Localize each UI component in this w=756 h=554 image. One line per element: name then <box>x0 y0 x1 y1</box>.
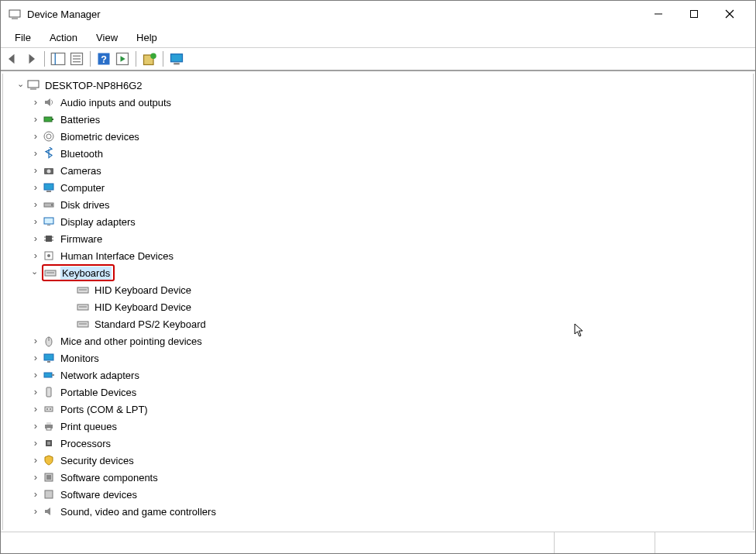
tree-node-label: Audio inputs and outputs <box>59 96 173 109</box>
tree-node-biometric[interactable]: Biometric devices <box>3 128 753 145</box>
expand-collapse-icon[interactable] <box>29 438 42 449</box>
expand-collapse-icon[interactable] <box>29 455 42 466</box>
sound-icon <box>42 504 56 518</box>
help-button[interactable]: ? <box>95 50 112 67</box>
fingerprint-icon <box>42 129 56 143</box>
expand-collapse-icon[interactable] <box>29 370 42 381</box>
tree-node-software-devices[interactable]: Software devices <box>3 486 753 503</box>
toolbar-separator <box>163 51 163 67</box>
tree-node-batteries[interactable]: Batteries <box>3 111 753 128</box>
expand-collapse-icon[interactable] <box>29 148 42 160</box>
expand-collapse-icon[interactable] <box>29 97 42 108</box>
tree-node-cameras[interactable]: Cameras <box>3 162 753 179</box>
tree-node-sound[interactable]: Sound, video and game controllers <box>3 503 753 520</box>
expand-collapse-icon[interactable] <box>29 387 42 398</box>
svg-point-23 <box>44 132 53 141</box>
minimize-button[interactable] <box>641 2 676 26</box>
expand-collapse-icon[interactable] <box>29 233 42 245</box>
expand-collapse-icon[interactable] <box>29 472 42 483</box>
svg-rect-27 <box>44 184 53 190</box>
tree-node-label: Standard PS/2 Keyboard <box>93 318 208 331</box>
tree-node-print-queues[interactable]: Print queues <box>3 418 753 435</box>
menu-action[interactable]: Action <box>40 29 87 46</box>
svg-rect-54 <box>46 387 51 397</box>
tree-node-disk-drives[interactable]: Disk drives <box>3 196 753 213</box>
tree-node-audio[interactable]: Audio inputs and outputs <box>3 94 753 111</box>
display-icon <box>42 215 56 229</box>
menu-bar: File Action View Help <box>1 27 755 48</box>
tree-node-network[interactable]: Network adapters <box>3 366 753 384</box>
expand-collapse-icon[interactable] <box>29 353 42 364</box>
tree-node-hid-keyboard-1[interactable]: HID Keyboard Device <box>3 281 753 298</box>
speaker-icon <box>42 95 56 109</box>
svg-rect-17 <box>171 54 183 62</box>
expand-collapse-icon[interactable] <box>14 81 26 91</box>
expand-collapse-icon[interactable] <box>29 114 42 126</box>
tree-node-processors[interactable]: Processors <box>3 435 753 452</box>
tree-node-firmware[interactable]: Firmware <box>3 230 753 247</box>
tree-node-security[interactable]: Security devices <box>3 452 753 469</box>
tree-node-hid[interactable]: Human Interface Devices <box>3 247 753 264</box>
svg-rect-28 <box>46 191 51 192</box>
toolbar-separator <box>44 51 45 67</box>
show-hide-console-tree-button[interactable] <box>50 50 67 67</box>
tree-node-monitors[interactable]: Monitors <box>3 349 753 366</box>
expand-collapse-icon[interactable] <box>28 268 40 278</box>
tree-node-ps2-keyboard[interactable]: Standard PS/2 Keyboard <box>3 315 753 332</box>
cpu-icon <box>42 436 56 450</box>
tree-node-software-components[interactable]: Software components <box>3 469 753 486</box>
tree-node-computer[interactable]: Computer <box>3 179 753 196</box>
expand-collapse-icon[interactable] <box>29 421 42 432</box>
security-icon <box>42 453 56 467</box>
menu-view[interactable]: View <box>87 29 127 46</box>
update-driver-button[interactable] <box>141 50 158 67</box>
expand-collapse-icon[interactable] <box>29 489 42 501</box>
close-button[interactable] <box>712 2 747 26</box>
tree-node-portable[interactable]: Portable Devices <box>3 384 753 401</box>
toolbar: ? <box>1 48 755 71</box>
back-button[interactable] <box>4 50 21 67</box>
tree-node-display-adapters[interactable]: Display adapters <box>3 213 753 230</box>
tree-node-label: Monitors <box>59 352 101 365</box>
expand-collapse-icon[interactable] <box>29 335 42 347</box>
svg-rect-59 <box>46 422 51 425</box>
expand-collapse-icon[interactable] <box>29 216 42 228</box>
keyboard-icon <box>43 266 57 280</box>
portable-icon <box>42 385 56 399</box>
chip-icon <box>42 232 56 246</box>
device-tree[interactable]: DESKTOP-NP8H6G2 Audio inputs and outputs… <box>3 74 753 530</box>
expand-collapse-icon[interactable] <box>29 199 42 211</box>
scan-hardware-button[interactable] <box>168 50 185 67</box>
tree-node-label: Portable Devices <box>59 386 138 399</box>
expand-collapse-icon[interactable] <box>29 506 42 518</box>
tree-node-hid-keyboard-2[interactable]: HID Keyboard Device <box>3 298 753 315</box>
properties-button[interactable] <box>68 50 85 67</box>
svg-rect-22 <box>52 119 53 120</box>
action-button[interactable] <box>114 50 131 67</box>
svg-rect-52 <box>44 373 52 377</box>
maximize-button[interactable] <box>676 2 712 26</box>
svg-rect-0 <box>9 10 20 17</box>
status-bar <box>1 532 755 553</box>
disk-icon <box>42 198 56 212</box>
tree-node-label: Sound, video and game controllers <box>59 505 218 518</box>
expand-collapse-icon[interactable] <box>29 404 42 415</box>
menu-file[interactable]: File <box>5 29 40 46</box>
expand-collapse-icon[interactable] <box>29 250 42 262</box>
expand-collapse-icon[interactable] <box>29 182 42 194</box>
tree-node-label: Computer <box>59 181 106 194</box>
tree-node-mice[interactable]: Mice and other pointing devices <box>3 332 753 349</box>
forward-button[interactable] <box>22 50 40 67</box>
keyboard-icon <box>76 300 90 314</box>
tree-root[interactable]: DESKTOP-NP8H6G2 <box>3 77 753 94</box>
tree-node-bluetooth[interactable]: Bluetooth <box>3 145 753 162</box>
app-icon <box>9 8 21 20</box>
svg-point-24 <box>46 134 51 139</box>
tree-node-keyboards[interactable]: Keyboards <box>3 264 753 281</box>
tree-node-ports[interactable]: Ports (COM & LPT) <box>3 401 753 418</box>
expand-collapse-icon[interactable] <box>29 131 42 143</box>
computer-icon <box>26 78 40 92</box>
menu-help[interactable]: Help <box>127 29 167 46</box>
svg-rect-33 <box>46 236 52 242</box>
expand-collapse-icon[interactable] <box>29 165 42 177</box>
